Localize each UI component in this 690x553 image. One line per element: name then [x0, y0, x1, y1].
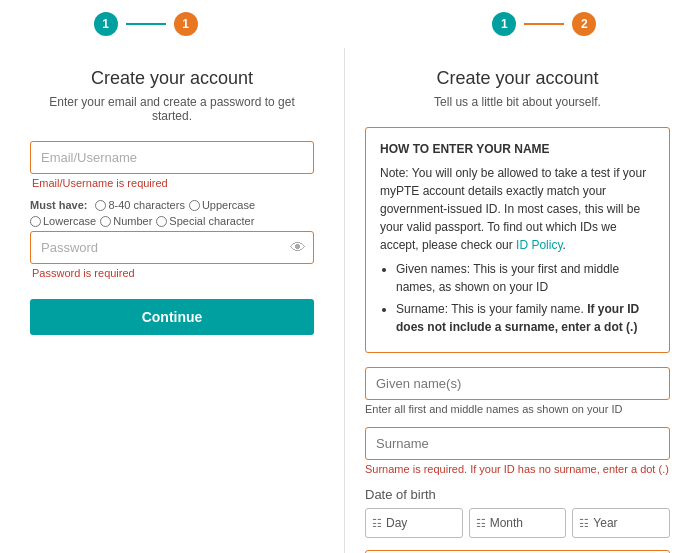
calendar-icon-month: ☷ [476, 517, 486, 530]
req-uppercase-radio[interactable] [189, 200, 200, 211]
given-names-input[interactable] [365, 367, 670, 400]
req-8-40: 8-40 characters [95, 199, 184, 211]
dob-month-button[interactable]: ☷ Month [469, 508, 567, 538]
req-special: Special character [156, 215, 254, 227]
req-8-40-label: 8-40 characters [108, 199, 184, 211]
req-number-radio[interactable] [100, 216, 111, 227]
eye-icon[interactable]: 👁 [290, 239, 306, 257]
req-lowercase-label: Lowercase [43, 215, 96, 227]
req-lowercase-radio[interactable] [30, 216, 41, 227]
req-special-radio[interactable] [156, 216, 167, 227]
req-special-label: Special character [169, 215, 254, 227]
id-policy-link[interactable]: ID Policy [516, 238, 562, 252]
step-line-left [126, 23, 166, 25]
step-line-right [524, 23, 564, 25]
right-panel-subtitle: Tell us a little bit about yourself. [365, 95, 670, 109]
req-uppercase: Uppercase [189, 199, 255, 211]
email-group: Email/Username is required [30, 141, 314, 189]
steps-left: 1 1 [94, 12, 198, 36]
must-have-label: Must have: [30, 199, 87, 211]
step1-left-circle: 1 [94, 12, 118, 36]
given-names-helper: Enter all first and middle names as show… [365, 403, 670, 415]
info-bullet-1: Given names: This is your first and midd… [396, 260, 655, 296]
step2-left-circle: 1 [174, 12, 198, 36]
password-group: 👁 Password is required [30, 231, 314, 279]
step2-right-circle: 2 [572, 12, 596, 36]
req-uppercase-label: Uppercase [202, 199, 255, 211]
dob-day-button[interactable]: ☷ Day [365, 508, 463, 538]
info-title: HOW TO ENTER YOUR NAME [380, 140, 655, 158]
steps-bar: 1 1 1 2 [0, 0, 690, 48]
continue-button[interactable]: Continue [30, 299, 314, 335]
dob-month-label: Month [490, 516, 523, 530]
dob-year-button[interactable]: ☷ Year [572, 508, 670, 538]
info-bullet-2: Surname: This is your family name. If yo… [396, 300, 655, 336]
surname-input[interactable] [365, 427, 670, 460]
info-body: Note: You will only be allowed to take a… [380, 164, 655, 254]
password-error: Password is required [32, 267, 314, 279]
email-error: Email/Username is required [32, 177, 314, 189]
dob-day-label: Day [386, 516, 407, 530]
calendar-icon-day: ☷ [372, 517, 382, 530]
right-panel: Create your account Tell us a little bit… [345, 48, 690, 553]
info-box: HOW TO ENTER YOUR NAME Note: You will on… [365, 127, 670, 353]
left-panel-subtitle: Enter your email and create a password t… [30, 95, 314, 123]
req-number: Number [100, 215, 152, 227]
dob-selects: ☷ Day ☷ Month ☷ Year [365, 508, 670, 538]
password-requirements: Must have: 8-40 characters Uppercase Low… [30, 199, 314, 227]
email-input[interactable] [30, 141, 314, 174]
surname-group: Surname is required. If your ID has no s… [365, 427, 670, 475]
dob-year-label: Year [593, 516, 617, 530]
step1-right-circle: 1 [492, 12, 516, 36]
req-lowercase: Lowercase [30, 215, 96, 227]
right-panel-title: Create your account [365, 68, 670, 89]
dob-label: Date of birth [365, 487, 670, 502]
req-8-40-radio[interactable] [95, 200, 106, 211]
req-number-label: Number [113, 215, 152, 227]
left-panel: Create your account Enter your email and… [0, 48, 345, 553]
password-input[interactable] [30, 231, 314, 264]
left-panel-title: Create your account [30, 68, 314, 89]
given-names-group: Enter all first and middle names as show… [365, 367, 670, 415]
main-content: Create your account Enter your email and… [0, 48, 690, 553]
steps-right: 1 2 [492, 12, 596, 36]
surname-error: Surname is required. If your ID has no s… [365, 463, 670, 475]
calendar-icon-year: ☷ [579, 517, 589, 530]
info-bullets: Given names: This is your first and midd… [396, 260, 655, 336]
password-wrapper: 👁 [30, 231, 314, 264]
